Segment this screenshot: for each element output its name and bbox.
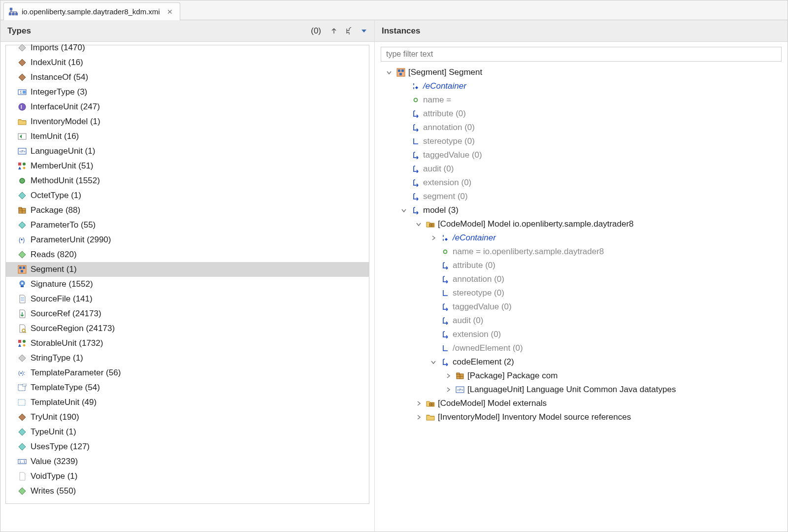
type-item[interactable]: ItemUnit (16) bbox=[6, 129, 369, 144]
type-item[interactable]: InstanceOf (54) bbox=[6, 70, 369, 85]
type-item[interactable]: SourceRegion (24173) bbox=[6, 321, 369, 336]
type-item[interactable]: SourceFile (141) bbox=[6, 292, 369, 306]
chevron-right-icon[interactable] bbox=[444, 371, 453, 380]
chevron-down-icon[interactable] bbox=[414, 220, 423, 229]
tree-row[interactable]: codeElement (2) bbox=[385, 355, 778, 369]
tree-row[interactable]: segment (0) bbox=[385, 190, 778, 203]
diamond-brown-icon bbox=[18, 58, 27, 67]
type-item[interactable]: iIntegerType (3) bbox=[6, 85, 369, 100]
ref-icon bbox=[411, 109, 420, 118]
type-item[interactable]: TryUnit (190) bbox=[6, 410, 369, 425]
int-type-icon: i bbox=[18, 88, 27, 97]
type-item[interactable]: UsesType (127) bbox=[6, 439, 369, 454]
arrow-up-icon[interactable] bbox=[330, 27, 338, 35]
type-item[interactable]: IndexUnit (16) bbox=[6, 55, 369, 70]
type-item[interactable]: TemplateUnit (49) bbox=[6, 395, 369, 410]
tree-outline-icon[interactable] bbox=[345, 27, 354, 35]
type-item-label: Value (3239) bbox=[31, 457, 78, 466]
svg-rect-24 bbox=[21, 286, 24, 287]
tree-row[interactable]: audit (0) bbox=[385, 162, 778, 176]
circle-icon bbox=[441, 247, 450, 256]
type-item[interactable]: VoidType (1) bbox=[6, 469, 369, 484]
svg-rect-35 bbox=[398, 69, 400, 72]
instances-tree[interactable]: [Segment] Segment/eContainername =attrib… bbox=[380, 65, 783, 434]
tree-row[interactable]: name = bbox=[385, 93, 778, 107]
type-item[interactable]: StringType (1) bbox=[6, 351, 369, 366]
tree-row[interactable]: stereotype (0) bbox=[385, 286, 778, 300]
type-item-label: MethodUnit (1552) bbox=[31, 176, 100, 186]
tree-row-label: [Package] Package com bbox=[467, 371, 558, 381]
type-item[interactable]: MemberUnit (51) bbox=[6, 159, 369, 173]
tree-row[interactable]: model (3) bbox=[385, 203, 778, 217]
chevron-down-icon[interactable] bbox=[429, 358, 438, 366]
tree-row[interactable]: [InventoryModel] Inventory Model source … bbox=[385, 410, 778, 424]
chevron-right-icon[interactable] bbox=[414, 413, 423, 422]
tree-row-label: attribute (0) bbox=[453, 261, 495, 270]
type-item[interactable]: OctetType (1) bbox=[6, 188, 369, 203]
type-item[interactable]: InventoryModel (1) bbox=[6, 114, 369, 129]
close-tab-icon[interactable]: ✕ bbox=[167, 8, 173, 16]
tree-row[interactable]: [Segment] Segment bbox=[385, 66, 778, 79]
chevron-right-icon[interactable] bbox=[429, 233, 438, 242]
tree-row[interactable]: /ownedElement (0) bbox=[385, 341, 778, 355]
tree-row[interactable]: annotation (0) bbox=[385, 272, 778, 286]
type-item[interactable]: Package (88) bbox=[6, 203, 369, 218]
type-item[interactable]: StorableUnit (1732) bbox=[6, 336, 369, 351]
tree-row[interactable]: annotation (0) bbox=[385, 121, 778, 134]
chevron-right-icon[interactable] bbox=[444, 385, 453, 394]
tree-row[interactable]: name = io.openliberty.sample.daytrader8 bbox=[385, 245, 778, 259]
tree-row[interactable]: extension (0) bbox=[385, 176, 778, 190]
type-item[interactable]: Imports (1470) bbox=[6, 42, 369, 55]
type-item[interactable]: TypeUnit (1) bbox=[6, 425, 369, 439]
type-item[interactable]: Signature (1552) bbox=[6, 277, 369, 292]
member-icon bbox=[18, 339, 27, 348]
tree-row[interactable]: extension (0) bbox=[385, 328, 778, 341]
ref-icon bbox=[411, 123, 420, 132]
tree-row[interactable]: attribute (0) bbox=[385, 259, 778, 272]
type-item[interactable]: TemplateType (54) bbox=[6, 380, 369, 395]
editor-tab[interactable]: io.openliberty.sample.daytrader8_kdm.xmi… bbox=[3, 2, 180, 20]
tree-row-label: audit (0) bbox=[453, 316, 483, 326]
ref-icon bbox=[441, 275, 450, 284]
type-item[interactable]: Writes (550) bbox=[6, 484, 369, 499]
item-unit-icon bbox=[18, 132, 27, 141]
tree-row[interactable]: /eContainer bbox=[385, 231, 778, 245]
tree-row[interactable]: [CodeModel] Model externals bbox=[385, 397, 778, 410]
type-item[interactable]: MethodUnit (1552) bbox=[6, 173, 369, 188]
type-item[interactable]: SourceRef (24173) bbox=[6, 306, 369, 321]
filter-input[interactable] bbox=[381, 47, 782, 62]
tree-row[interactable]: [Package] Package com bbox=[385, 369, 778, 383]
type-item[interactable]: IInterfaceUnit (247) bbox=[6, 100, 369, 114]
tree-row[interactable]: [CodeModel] Model io.openliberty.sample.… bbox=[385, 217, 778, 231]
tree-row-label: model (3) bbox=[423, 205, 459, 215]
type-item[interactable]: Segment (1) bbox=[6, 262, 369, 277]
tree-row[interactable]: taggedValue (0) bbox=[385, 148, 778, 162]
tree-row[interactable]: /eContainer bbox=[385, 79, 778, 93]
ref-icon bbox=[441, 330, 450, 339]
tree-row[interactable]: <P>[LanguageUnit] Language Unit Common J… bbox=[385, 383, 778, 397]
tree-row[interactable]: audit (0) bbox=[385, 314, 778, 328]
tabbar: io.openliberty.sample.daytrader8_kdm.xmi… bbox=[0, 0, 788, 20]
dropdown-icon[interactable] bbox=[361, 28, 367, 34]
type-item[interactable]: Reads (820) bbox=[6, 247, 369, 262]
tree-row-label: codeElement (2) bbox=[453, 357, 514, 367]
type-item-label: TemplateParameter (56) bbox=[31, 368, 121, 378]
app-frame: io.openliberty.sample.daytrader8_kdm.xmi… bbox=[0, 0, 788, 532]
type-item[interactable]: <P>LanguageUnit (1) bbox=[6, 144, 369, 159]
type-item[interactable]: ParameterTo (55) bbox=[6, 218, 369, 233]
type-item[interactable]: (•)ParameterUnit (2990) bbox=[6, 233, 369, 247]
type-item[interactable]: (•):TemplateParameter (56) bbox=[6, 366, 369, 380]
package-icon bbox=[18, 206, 27, 215]
folder-icon bbox=[426, 413, 435, 422]
type-item[interactable]: 1.1Value (3239) bbox=[6, 454, 369, 469]
tree-row[interactable]: taggedValue (0) bbox=[385, 300, 778, 314]
tree-row[interactable]: stereotype (0) bbox=[385, 134, 778, 148]
chevron-down-icon[interactable] bbox=[385, 68, 394, 77]
svg-rect-42 bbox=[457, 373, 460, 374]
tree-row[interactable]: attribute (0) bbox=[385, 107, 778, 121]
types-list[interactable]: Imports (1470)IndexUnit (16)InstanceOf (… bbox=[5, 45, 369, 504]
chevron-down-icon[interactable] bbox=[399, 206, 408, 215]
chevron-right-icon[interactable] bbox=[414, 399, 423, 408]
type-item-label: TypeUnit (1) bbox=[31, 427, 76, 437]
sourceref-icon bbox=[18, 309, 27, 318]
